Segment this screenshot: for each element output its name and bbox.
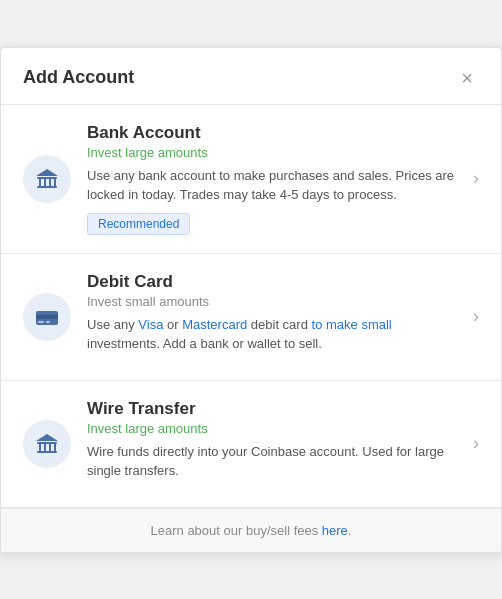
svg-marker-17	[36, 434, 58, 441]
close-button[interactable]: ×	[455, 66, 479, 90]
svg-rect-0	[37, 177, 57, 179]
chevron-right-icon: ›	[473, 433, 479, 454]
dialog-header: Add Account ×	[1, 48, 501, 105]
dialog-footer: Learn about our buy/sell fees here.	[1, 508, 501, 552]
svg-rect-3	[49, 179, 51, 186]
account-subtitle-bank-account: Invest large amounts	[87, 145, 463, 160]
svg-marker-6	[36, 169, 58, 176]
mastercard-link[interactable]: Mastercard	[182, 317, 247, 332]
visa-link[interactable]: Visa	[138, 317, 163, 332]
account-item-bank-account[interactable]: Bank Account Invest large amounts Use an…	[1, 105, 501, 254]
svg-rect-5	[37, 186, 57, 188]
chevron-right-icon: ›	[473, 306, 479, 327]
account-item-debit-card[interactable]: Debit Card Invest small amounts Use any …	[1, 254, 501, 381]
account-content-debit-card: Debit Card Invest small amounts Use any …	[87, 272, 463, 362]
account-subtitle-wire-transfer: Invest large amounts	[87, 421, 463, 436]
svg-rect-13	[44, 444, 46, 451]
account-name-wire-transfer: Wire Transfer	[87, 399, 463, 419]
make-small-link[interactable]: to make small	[312, 317, 392, 332]
fees-link[interactable]: here	[322, 523, 348, 538]
svg-rect-11	[37, 442, 57, 444]
footer-suffix: .	[348, 523, 352, 538]
svg-rect-10	[46, 321, 50, 323]
account-content-wire-transfer: Wire Transfer Invest large amounts Wire …	[87, 399, 463, 489]
account-subtitle-debit-card: Invest small amounts	[87, 294, 463, 309]
svg-rect-4	[54, 179, 56, 186]
account-description-debit-card: Use any Visa or Mastercard debit card to…	[87, 315, 463, 354]
bank-icon	[23, 155, 71, 203]
bank-icon	[23, 420, 71, 468]
account-description-wire-transfer: Wire funds directly into your Coinbase a…	[87, 442, 463, 481]
footer-text: Learn about our buy/sell fees	[151, 523, 322, 538]
account-list: Bank Account Invest large amounts Use an…	[1, 105, 501, 508]
svg-rect-2	[44, 179, 46, 186]
svg-rect-8	[36, 315, 58, 319]
account-content-bank-account: Bank Account Invest large amounts Use an…	[87, 123, 463, 235]
account-item-wire-transfer[interactable]: Wire Transfer Invest large amounts Wire …	[1, 381, 501, 508]
card-icon	[23, 293, 71, 341]
svg-rect-15	[54, 444, 56, 451]
account-name-debit-card: Debit Card	[87, 272, 463, 292]
chevron-right-icon: ›	[473, 168, 479, 189]
svg-rect-14	[49, 444, 51, 451]
recommended-badge: Recommended	[87, 213, 190, 235]
account-name-bank-account: Bank Account	[87, 123, 463, 143]
svg-rect-9	[38, 321, 44, 323]
dialog-title: Add Account	[23, 67, 134, 88]
svg-rect-12	[39, 444, 41, 451]
add-account-dialog: Add Account × Bank Account Invest large …	[0, 47, 502, 553]
svg-rect-16	[37, 451, 57, 453]
svg-rect-1	[39, 179, 41, 186]
account-description-bank-account: Use any bank account to make purchases a…	[87, 166, 463, 205]
